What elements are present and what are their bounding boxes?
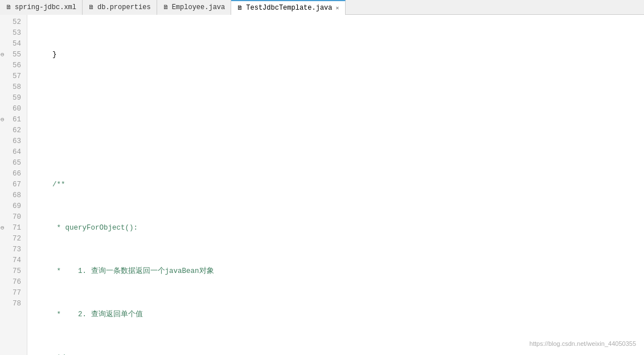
line-num-73: 73 [0,244,27,255]
line-num-59: 59 [0,93,27,104]
line-num-52: 52 [0,17,27,28]
code-line-58: * 2. 查询返回单个值 [35,309,644,320]
line-num-78: 78 [0,299,27,309]
tab-bar: 🗎 spring-jdbc.xml 🗎 db.properties 🗎 Empl… [0,0,644,15]
tab-label: spring-jdbc.xml [15,3,76,11]
tab-label: Employee.java [172,3,225,11]
line-num-68: 68 [0,190,27,201]
line-num-72: 72 [0,234,27,244]
code-line-57: * 1. 查询一条数据返回一个javaBean对象 [35,266,644,277]
line-num-56: 56 [0,60,27,71]
tab-label: TestJdbcTemplate.java [246,4,332,12]
line-num-66: 66 [0,169,27,179]
code-line-54 [35,136,644,147]
line-num-64: 64 [0,147,27,158]
file-icon: 🗎 [88,3,95,11]
line-num-60: 60 [0,104,27,115]
line-num-54: 54 [0,39,27,50]
line-num-71: 71 [0,223,27,234]
code-content[interactable]: } /** * queryForObject(): * 1. 查询一条数据返回一… [27,15,644,355]
tab-label: db.properties [97,3,151,11]
tab-spring-jdbc[interactable]: 🗎 spring-jdbc.xml [0,0,83,15]
file-icon: 🗎 [237,4,243,11]
file-icon: 🗎 [163,3,169,11]
line-num-77: 77 [0,288,27,299]
code-line-55: /** [35,179,644,190]
close-icon[interactable]: ✕ [336,5,339,11]
line-num-62: 62 [0,125,27,136]
line-num-76: 76 [0,277,27,288]
line-num-75: 75 [0,266,27,277]
line-num-70: 70 [0,212,27,223]
code-line-52: } [35,50,644,60]
file-icon: 🗎 [6,3,12,11]
line-num-69: 69 [0,201,27,212]
code-line-53 [35,93,644,104]
tab-test-jdbc-template[interactable]: 🗎 TestJdbcTemplate.java ✕ [231,0,345,15]
line-num-65: 65 [0,158,27,169]
tab-employee[interactable]: 🗎 Employee.java [157,0,232,15]
line-num-55: 55 [0,50,27,60]
editor-area: 52 53 54 55 56 57 58 59 60 61 62 63 64 6… [0,15,644,355]
tab-db-properties[interactable]: 🗎 db.properties [83,0,157,15]
line-num-58: 58 [0,82,27,93]
watermark: https://blog.csdn.net/weixin_44050355 [530,338,636,349]
code-line-56: * queryForObject(): [35,223,644,234]
line-num-61: 61 [0,115,27,125]
line-num-57: 57 [0,71,27,82]
line-numbers: 52 53 54 55 56 57 58 59 60 61 62 63 64 6… [0,15,27,355]
line-num-53: 53 [0,28,27,39]
line-num-67: 67 [0,179,27,190]
line-num-63: 63 [0,136,27,147]
line-num-74: 74 [0,255,27,266]
code-line-59: */ [35,353,644,355]
